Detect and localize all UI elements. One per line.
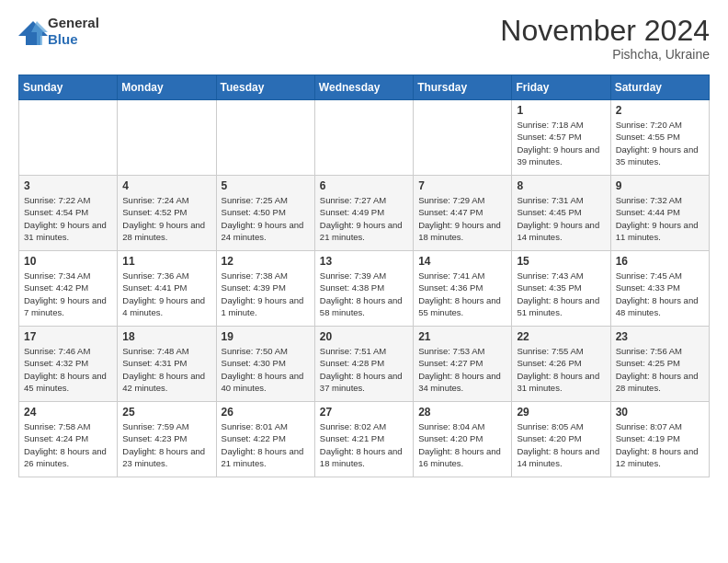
- logo-text-blue: Blue: [48, 31, 78, 47]
- day-number: 15: [517, 255, 605, 268]
- calendar-cell: 2Sunrise: 7:20 AM Sunset: 4:55 PM Daylig…: [610, 100, 709, 176]
- day-info: Sunrise: 7:36 AM Sunset: 4:41 PM Dayligh…: [122, 270, 210, 318]
- day-number: 23: [616, 330, 704, 343]
- day-info: Sunrise: 7:55 AM Sunset: 4:26 PM Dayligh…: [517, 345, 605, 394]
- day-number: 8: [517, 179, 605, 192]
- calendar-cell: [19, 100, 118, 176]
- calendar-cell: 18Sunrise: 7:48 AM Sunset: 4:31 PM Dayli…: [118, 327, 216, 402]
- day-number: 30: [616, 406, 704, 419]
- day-number: 13: [320, 255, 408, 268]
- day-info: Sunrise: 8:07 AM Sunset: 4:19 PM Dayligh…: [616, 420, 704, 469]
- day-number: 17: [24, 330, 112, 343]
- title-block: November 2024 Pishcha, Ukraine: [500, 15, 710, 62]
- day-number: 10: [24, 255, 112, 268]
- day-info: Sunrise: 7:27 AM Sunset: 4:49 PM Dayligh…: [320, 194, 408, 243]
- weekday-header-saturday: Saturday: [610, 75, 709, 100]
- day-number: 20: [320, 330, 408, 343]
- calendar-cell: 28Sunrise: 8:04 AM Sunset: 4:20 PM Dayli…: [414, 402, 512, 477]
- calendar-cell: 22Sunrise: 7:55 AM Sunset: 4:26 PM Dayli…: [512, 327, 610, 402]
- day-number: 11: [122, 255, 210, 268]
- calendar-cell: 16Sunrise: 7:45 AM Sunset: 4:33 PM Dayli…: [610, 251, 709, 327]
- calendar-cell: 21Sunrise: 7:53 AM Sunset: 4:27 PM Dayli…: [414, 327, 512, 402]
- day-number: 7: [418, 179, 506, 192]
- day-info: Sunrise: 7:50 AM Sunset: 4:30 PM Dayligh…: [222, 345, 310, 394]
- day-number: 25: [122, 406, 210, 419]
- day-number: 4: [122, 179, 210, 192]
- day-info: Sunrise: 7:24 AM Sunset: 4:52 PM Dayligh…: [122, 194, 210, 243]
- calendar-cell: 13Sunrise: 7:39 AM Sunset: 4:38 PM Dayli…: [314, 251, 413, 327]
- day-info: Sunrise: 7:45 AM Sunset: 4:33 PM Dayligh…: [616, 270, 704, 318]
- calendar-cell: 29Sunrise: 8:05 AM Sunset: 4:20 PM Dayli…: [512, 402, 610, 477]
- logo-text-general: General: [48, 15, 99, 30]
- day-number: 5: [222, 179, 310, 192]
- calendar-cell: 9Sunrise: 7:32 AM Sunset: 4:44 PM Daylig…: [610, 176, 709, 251]
- day-info: Sunrise: 7:59 AM Sunset: 4:23 PM Dayligh…: [122, 420, 210, 469]
- weekday-header-thursday: Thursday: [414, 75, 512, 100]
- day-number: 14: [418, 255, 506, 268]
- day-number: 1: [517, 104, 605, 117]
- day-number: 12: [222, 255, 310, 268]
- day-number: 29: [517, 406, 605, 419]
- day-number: 6: [320, 179, 408, 192]
- page-header: General Blue November 2024 Pishcha, Ukra…: [18, 15, 710, 62]
- calendar-cell: 30Sunrise: 8:07 AM Sunset: 4:19 PM Dayli…: [610, 402, 709, 477]
- calendar-cell: 4Sunrise: 7:24 AM Sunset: 4:52 PM Daylig…: [118, 176, 216, 251]
- calendar-cell: [414, 100, 512, 176]
- day-number: 28: [418, 406, 506, 419]
- weekday-header-monday: Monday: [118, 75, 216, 100]
- day-number: 26: [222, 406, 310, 419]
- day-info: Sunrise: 7:53 AM Sunset: 4:27 PM Dayligh…: [418, 345, 506, 394]
- day-info: Sunrise: 8:05 AM Sunset: 4:20 PM Dayligh…: [517, 420, 605, 469]
- day-info: Sunrise: 7:31 AM Sunset: 4:45 PM Dayligh…: [517, 194, 605, 243]
- location: Pishcha, Ukraine: [500, 47, 710, 62]
- calendar-cell: 25Sunrise: 7:59 AM Sunset: 4:23 PM Dayli…: [118, 402, 216, 477]
- calendar-cell: 24Sunrise: 7:58 AM Sunset: 4:24 PM Dayli…: [19, 402, 118, 477]
- calendar-cell: 15Sunrise: 7:43 AM Sunset: 4:35 PM Dayli…: [512, 251, 610, 327]
- day-info: Sunrise: 8:02 AM Sunset: 4:21 PM Dayligh…: [320, 420, 408, 469]
- calendar-cell: [314, 100, 413, 176]
- day-info: Sunrise: 7:58 AM Sunset: 4:24 PM Dayligh…: [24, 420, 112, 469]
- day-info: Sunrise: 7:32 AM Sunset: 4:44 PM Dayligh…: [616, 194, 704, 243]
- calendar-cell: 10Sunrise: 7:34 AM Sunset: 4:42 PM Dayli…: [19, 251, 118, 327]
- day-info: Sunrise: 7:29 AM Sunset: 4:47 PM Dayligh…: [418, 194, 506, 243]
- calendar-cell: 11Sunrise: 7:36 AM Sunset: 4:41 PM Dayli…: [118, 251, 216, 327]
- day-number: 27: [320, 406, 408, 419]
- calendar-cell: 14Sunrise: 7:41 AM Sunset: 4:36 PM Dayli…: [414, 251, 512, 327]
- calendar-cell: 27Sunrise: 8:02 AM Sunset: 4:21 PM Dayli…: [314, 402, 413, 477]
- day-info: Sunrise: 7:20 AM Sunset: 4:55 PM Dayligh…: [616, 119, 704, 167]
- day-number: 18: [122, 330, 210, 343]
- calendar-cell: 19Sunrise: 7:50 AM Sunset: 4:30 PM Dayli…: [216, 327, 314, 402]
- svg-marker-0: [18, 21, 48, 45]
- page-container: General Blue November 2024 Pishcha, Ukra…: [0, 0, 728, 487]
- day-number: 16: [616, 255, 704, 268]
- calendar-cell: 3Sunrise: 7:22 AM Sunset: 4:54 PM Daylig…: [19, 176, 118, 251]
- calendar-cell: 5Sunrise: 7:25 AM Sunset: 4:50 PM Daylig…: [216, 176, 314, 251]
- day-number: 19: [222, 330, 310, 343]
- logo-icon: [18, 21, 44, 41]
- calendar-cell: 6Sunrise: 7:27 AM Sunset: 4:49 PM Daylig…: [314, 176, 413, 251]
- day-info: Sunrise: 7:56 AM Sunset: 4:25 PM Dayligh…: [616, 345, 704, 394]
- weekday-header-sunday: Sunday: [19, 75, 118, 100]
- logo: General Blue: [18, 15, 99, 48]
- day-info: Sunrise: 7:48 AM Sunset: 4:31 PM Dayligh…: [122, 345, 210, 394]
- weekday-header-friday: Friday: [512, 75, 610, 100]
- calendar-cell: 20Sunrise: 7:51 AM Sunset: 4:28 PM Dayli…: [314, 327, 413, 402]
- day-number: 2: [616, 104, 704, 117]
- calendar-cell: 8Sunrise: 7:31 AM Sunset: 4:45 PM Daylig…: [512, 176, 610, 251]
- calendar-cell: [118, 100, 216, 176]
- month-title: November 2024: [500, 15, 710, 47]
- day-info: Sunrise: 7:41 AM Sunset: 4:36 PM Dayligh…: [418, 270, 506, 318]
- calendar-cell: 26Sunrise: 8:01 AM Sunset: 4:22 PM Dayli…: [216, 402, 314, 477]
- calendar-cell: 17Sunrise: 7:46 AM Sunset: 4:32 PM Dayli…: [19, 327, 118, 402]
- day-info: Sunrise: 8:01 AM Sunset: 4:22 PM Dayligh…: [222, 420, 310, 469]
- calendar-cell: 23Sunrise: 7:56 AM Sunset: 4:25 PM Dayli…: [610, 327, 709, 402]
- day-info: Sunrise: 7:25 AM Sunset: 4:50 PM Dayligh…: [222, 194, 310, 243]
- calendar-table: SundayMondayTuesdayWednesdayThursdayFrid…: [18, 75, 710, 477]
- weekday-header-tuesday: Tuesday: [216, 75, 314, 100]
- day-number: 3: [24, 179, 112, 192]
- day-number: 22: [517, 330, 605, 343]
- day-number: 21: [418, 330, 506, 343]
- calendar-cell: 7Sunrise: 7:29 AM Sunset: 4:47 PM Daylig…: [414, 176, 512, 251]
- weekday-header-wednesday: Wednesday: [314, 75, 413, 100]
- day-number: 9: [616, 179, 704, 192]
